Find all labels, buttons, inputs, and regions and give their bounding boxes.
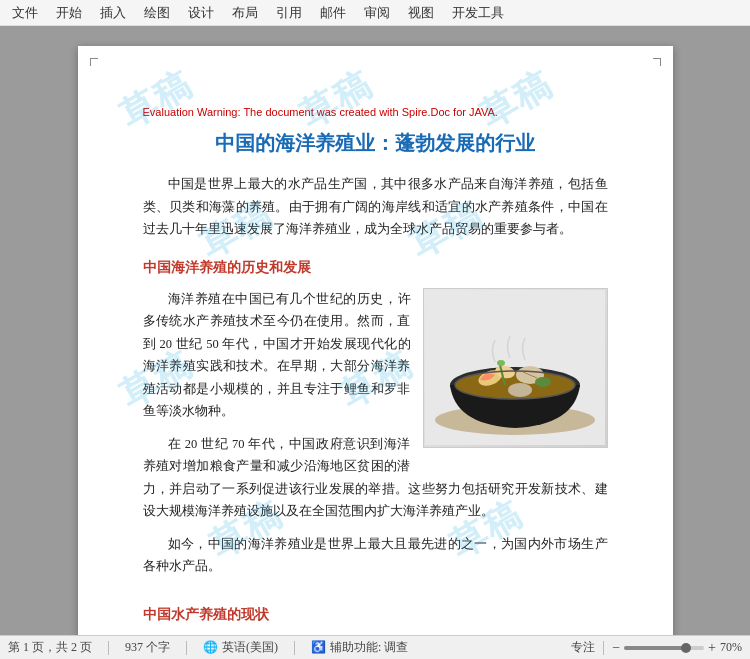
- eval-warning: Evaluation Warning: The document was cre…: [143, 106, 608, 118]
- menu-file[interactable]: 文件: [4, 2, 46, 24]
- menu-home[interactable]: 开始: [48, 2, 90, 24]
- section1-content: 海洋养殖在中国已有几个世纪的历史，许多传统水产养殖技术至今仍在使用。然而，直到 …: [143, 288, 608, 588]
- statusbar-right: 专注 − + 70%: [571, 639, 742, 656]
- menu-review[interactable]: 审阅: [356, 2, 398, 24]
- corner-mark-tr: [653, 58, 661, 66]
- menu-draw[interactable]: 绘图: [136, 2, 178, 24]
- menu-view[interactable]: 视图: [400, 2, 442, 24]
- intro-paragraph: 中国是世界上最大的水产品生产国，其中很多水产品来自海洋养殖，包括鱼类、贝类和海藻…: [143, 173, 608, 241]
- zoom-fill: [624, 646, 684, 650]
- accessibility-label: 辅助功能: 调查: [330, 639, 408, 656]
- page-info: 第 1 页，共 2 页: [8, 639, 92, 656]
- watermark-3: 草稿: [470, 60, 560, 140]
- document-area: 草稿 草稿 草稿 草稿 草稿 草稿 草稿 草稿 草稿 草稿 草稿 Evaluat…: [0, 26, 750, 635]
- menu-references[interactable]: 引用: [268, 2, 310, 24]
- language-label: 英语(美国): [222, 639, 278, 656]
- corner-mark-tl: [90, 58, 98, 66]
- doc-title: 中国的海洋养殖业：蓬勃发展的行业: [143, 130, 608, 157]
- language-icon: 🌐: [203, 640, 218, 655]
- food-image-container: [423, 288, 608, 448]
- zoom-percent[interactable]: 70%: [720, 640, 742, 655]
- svg-point-11: [497, 360, 505, 366]
- menu-mail[interactable]: 邮件: [312, 2, 354, 24]
- watermark-2: 草稿: [290, 60, 380, 140]
- zoom-in-icon[interactable]: +: [708, 640, 716, 656]
- food-image: [423, 288, 608, 448]
- status-bar: 第 1 页，共 2 页 937 个字 🌐 英语(美国) ♿ 辅助功能: 调查 专…: [0, 635, 750, 659]
- svg-point-9: [508, 383, 532, 397]
- doc-intro: 中国是世界上最大的水产品生产国，其中很多水产品来自海洋养殖，包括鱼类、贝类和海藻…: [143, 173, 608, 635]
- menu-devtools[interactable]: 开发工具: [444, 2, 512, 24]
- menu-bar: 文件 开始 插入 绘图 设计 布局 引用 邮件 审阅 视图 开发工具: [0, 0, 750, 26]
- zoom-track[interactable]: [624, 646, 704, 650]
- document-page: 草稿 草稿 草稿 草稿 草稿 草稿 草稿 草稿 草稿 草稿 草稿 Evaluat…: [78, 46, 673, 635]
- sep2: [186, 641, 187, 655]
- accessibility-icon: ♿: [311, 640, 326, 655]
- zoom-control[interactable]: − + 70%: [612, 640, 742, 656]
- char-count: 937 个字: [125, 639, 170, 656]
- svg-point-8: [535, 377, 551, 387]
- sep1: [108, 641, 109, 655]
- focus-label[interactable]: 专注: [571, 639, 595, 656]
- section1-para3: 如今，中国的海洋养殖业是世界上最大且最先进的之一，为国内外市场生产各种水产品。: [143, 533, 608, 578]
- watermark-1: 草稿: [110, 60, 200, 140]
- menu-design[interactable]: 设计: [180, 2, 222, 24]
- zoom-out-icon[interactable]: −: [612, 640, 620, 656]
- menu-insert[interactable]: 插入: [92, 2, 134, 24]
- section1-title: 中国海洋养殖的历史和发展: [143, 255, 608, 280]
- language: 🌐 英语(美国): [203, 639, 278, 656]
- sep3: [294, 641, 295, 655]
- menu-layout[interactable]: 布局: [224, 2, 266, 24]
- sep4: [603, 641, 604, 655]
- accessibility[interactable]: ♿ 辅助功能: 调查: [311, 639, 408, 656]
- zoom-thumb[interactable]: [681, 643, 691, 653]
- section2-title: 中国水产养殖的现状: [143, 602, 608, 627]
